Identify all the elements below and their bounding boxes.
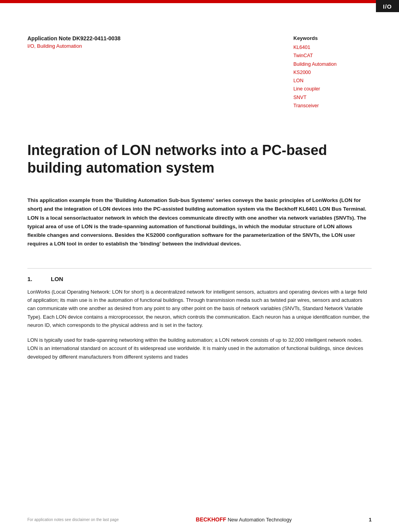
- footer-page-number: 1: [369, 517, 372, 523]
- section-1-body: LonWorks (Local Operating Network: LON f…: [27, 288, 372, 361]
- section-1-heading: 1. LON: [27, 276, 372, 282]
- keyword-item: KL6401: [293, 43, 372, 52]
- divider: [27, 268, 372, 269]
- keywords-section: Keywords KL6401TwinCATBuilding Automatio…: [293, 35, 372, 110]
- abstract: This application example from the 'Build…: [27, 196, 372, 249]
- section-1-number: 1.: [27, 276, 51, 282]
- content: Application Note DK9222-0411-0038 I/O, B…: [0, 0, 399, 392]
- keyword-item: LON: [293, 77, 372, 85]
- keywords-label: Keywords: [293, 35, 372, 41]
- footer: For application notes see disclaimer on …: [27, 516, 372, 523]
- footer-brand-name: BECKHOFF: [196, 516, 226, 523]
- footer-brand: BECKHOFF New Automation Technology: [196, 516, 292, 523]
- keyword-item: TwinCAT: [293, 52, 372, 60]
- section-paragraph: LON is typically used for trade-spanning…: [27, 336, 372, 361]
- app-note-subtitle: I/O, Building Automation: [27, 43, 293, 49]
- keyword-item: Building Automation: [293, 60, 372, 69]
- keyword-item: Line coupler: [293, 85, 372, 93]
- keyword-item: KS2000: [293, 69, 372, 77]
- footer-brand-suffix: New Automation Technology: [226, 517, 291, 523]
- keyword-list: KL6401TwinCATBuilding AutomationKS2000LO…: [293, 43, 372, 110]
- section-paragraph: LonWorks (Local Operating Network: LON f…: [27, 288, 372, 330]
- header-section: Application Note DK9222-0411-0038 I/O, B…: [27, 35, 372, 110]
- footer-disclaimer: For application notes see disclaimer on …: [27, 518, 119, 522]
- section-1-title: LON: [51, 276, 63, 282]
- main-title: Integration of LON networks into a PC-ba…: [27, 141, 372, 177]
- io-badge: I/O: [376, 0, 399, 12]
- app-note: Application Note DK9222-0411-0038 I/O, B…: [27, 35, 293, 110]
- app-note-title: Application Note DK9222-0411-0038: [27, 35, 293, 41]
- keyword-item: SNVT: [293, 94, 372, 102]
- page: I/O Application Note DK9222-0411-0038 I/…: [0, 0, 399, 532]
- keyword-item: Transceiver: [293, 102, 372, 110]
